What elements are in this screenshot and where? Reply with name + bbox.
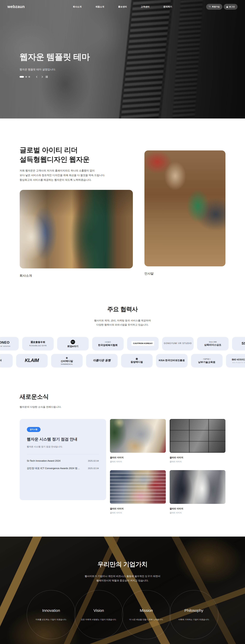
greeting-caption[interactable]: 인사말	[144, 272, 226, 276]
notice-description: 웹자운 시스템 정기 점검 안내입니다.	[27, 445, 99, 448]
gallery-photo-suit-shop[interactable]	[170, 470, 226, 504]
prev-slide-icon[interactable]	[36, 76, 38, 78]
hero-copy: 웹자운 템플릿 테마 웹자운 템플릿 테마 설명입니다.	[19, 51, 90, 71]
carousel-dot[interactable]	[28, 76, 30, 78]
about-paragraph: 저희 웹자운은 고객사의 저가의 홈페이지라도 하나의 소홀함이 없이 보다 낳…	[20, 168, 133, 182]
partner-logo: CAVITRON KOREA®	[127, 337, 159, 350]
values-row: Innovation 미래를 선도하는 기업이 되겠습니다. Vision 모든…	[0, 590, 245, 639]
company-intro-photo[interactable]	[20, 190, 133, 268]
news-subtitle: 웹자운의 다양한 소식을 전해드립니다.	[20, 405, 226, 409]
about-right-column: 인사말	[144, 150, 226, 278]
gallery-card[interactable]: 갤러리 이미지 갤러리 이미지	[170, 419, 226, 463]
value-circle-vision: Vision 모든 이에게 사랑받는 기업이 되겠습니다.	[74, 590, 123, 639]
carousel-dot-active[interactable]	[19, 76, 24, 78]
partner-logo: KONEO medical solution	[0, 337, 19, 350]
partner-logo: 삼육리더스상조 Since 1988	[197, 337, 229, 350]
partner-logo: BIO 비아이오성형 BIO PLASTIC SURGER	[226, 354, 245, 368]
value-circle-mission: Mission 더 나은 세상을 만들기 위해 노력합니다.	[122, 590, 171, 639]
partner-logo: 남부기술교육원 서울특별시	[191, 354, 223, 368]
nav-company[interactable]: 회사소개	[73, 5, 82, 8]
about-left-column: 글로벌 아이티 리더 설득형웹디자인 웹자운 저희 웹자운은 고객사의 저가의 …	[20, 145, 133, 278]
partner-logo: SSiS 한	[232, 337, 245, 350]
circle-logo-mark: ◉	[136, 357, 138, 360]
partners-section: 주요 협력사 웹사이트 제작, 관리, 마케팅 등의 서비스를 제공하며 다양한…	[0, 293, 245, 380]
hero-carousel-controls	[19, 76, 48, 78]
notice-list: Si-Tech Innovation Award 2024 2025.02.04…	[27, 460, 99, 470]
carousel-dot[interactable]	[25, 76, 27, 78]
news-section: 새로운소식 웹자운의 다양한 소식을 전해드립니다. 공지사항 웹자운 시스템 …	[0, 380, 245, 536]
notice-list-item[interactable]: Si-Tech Innovation Award 2024 2025.02.04	[27, 460, 99, 462]
partner-logo: GONGYUMI VR STUDIO	[162, 337, 194, 350]
partner-logo: 특화센터	[0, 354, 12, 368]
hero-arrows	[36, 76, 48, 78]
nav-products[interactable]: 제품소개	[96, 5, 104, 8]
values-subtitle: 웹사이트가 기업이나 개인의 비즈니스 활동에 필수적인 도구가 되면서 웹에이…	[0, 574, 245, 583]
about-section: 글로벌 아이티 리더 설득형웹디자인 웹자운 저희 웹자운은 고객사의 저가의 …	[0, 118, 245, 293]
company-intro-caption[interactable]: 회사소개	[20, 274, 133, 278]
notice-card[interactable]: 공지사항 웹자운 시스템 정기 점검 안내 웹자운 시스템 정기 점검 안내입니…	[20, 419, 106, 500]
value-circle-innovation: Innovation 미래를 선도하는 기업이 되겠습니다.	[27, 590, 76, 639]
nav-customer-center[interactable]: 고객센터	[141, 5, 150, 8]
signup-label: 회원가입	[212, 6, 220, 8]
company-values-section: 우리만의 기업가치 웹사이트가 기업이나 개인의 비즈니스 활동에 필수적인 도…	[0, 536, 245, 644]
partners-subtitle: 웹사이트 제작, 관리, 마케팅 등의 서비스를 제공하며 다양한 협력사와 파…	[20, 318, 226, 327]
partner-logo: 通友會통우회 육군정보통신장교 동우회	[22, 337, 54, 350]
notice-list-item[interactable]: 강민정 대표 ICT Convergence Awards 2024 명… 20…	[27, 467, 99, 470]
news-heading: 새로운소식	[20, 393, 226, 401]
header-actions: 회원가입 로그인	[206, 4, 238, 10]
gallery-card[interactable]: 갤러리 이미지 갤러리 이미지	[110, 419, 166, 463]
hero-subtitle: 웹자운 템플릿 테마 설명입니다.	[19, 68, 90, 71]
partner-logo: 희망e야기 웹진	[57, 337, 89, 350]
values-heading: 우리만의 기업가치	[0, 560, 245, 568]
gallery-photo-display-shelves[interactable]	[170, 419, 226, 453]
partner-logo: KISA 한국인터넷진흥원	[156, 354, 188, 368]
signup-button[interactable]: 회원가입	[206, 4, 222, 10]
gallery-photo-family[interactable]	[110, 419, 166, 453]
gallery-card[interactable]: 갤러리 이미지 갤러리 이미지	[170, 470, 226, 514]
gallery-card[interactable]: 갤러리 이미지 갤러리 이미지	[110, 470, 166, 514]
login-button[interactable]: 로그인	[224, 4, 238, 10]
user-plus-icon	[209, 6, 211, 8]
hero-title: 웹자운 템플릿 테마	[19, 51, 90, 62]
partner-logo: 한국장례복지협회 사단법인	[92, 337, 124, 350]
partners-logo-marquee: KONEO medical solution 通友會통우회 육군정보통신장교 동…	[0, 337, 245, 368]
partner-logo: 아름다운 동행	[86, 354, 118, 368]
gallery-photo-clothes[interactable]	[110, 470, 166, 504]
partner-logo: ◈ 신비메디칼 SHINBIMEDICAL	[51, 354, 83, 368]
next-slide-icon[interactable]	[41, 76, 43, 78]
value-circle-philosophy: Philosophy 사회에 기여하는 기업이 되겠습니다.	[170, 590, 218, 639]
lock-icon	[226, 6, 228, 8]
partner-logo: KLAIM	[16, 354, 48, 368]
nav-pr-center[interactable]: 홍보센터	[118, 5, 127, 8]
partners-heading: 주요 협력사	[20, 305, 226, 313]
partner-logo: ◉ 동방메디컬	[121, 354, 153, 368]
pause-icon[interactable]	[46, 76, 48, 78]
greeting-photo[interactable]	[144, 150, 226, 266]
nav-contact[interactable]: 문의하기	[164, 5, 172, 8]
diamond-logo-mark: ◈	[66, 356, 68, 359]
hero-section: webzaun 회사소개 제품소개 홍보센터 고객센터 문의하기 회원가입 로그…	[0, 0, 245, 118]
notice-badge: 공지사항	[27, 427, 40, 432]
login-label: 로그인	[229, 6, 235, 8]
notice-title[interactable]: 웹자운 시스템 정기 점검 안내	[27, 437, 99, 442]
about-heading: 글로벌 아이티 리더 설득형웹디자인 웹자운	[20, 145, 133, 164]
site-header: webzaun 회사소개 제품소개 홍보센터 고객센터 문의하기 회원가입 로그…	[0, 0, 245, 14]
gallery-grid: 갤러리 이미지 갤러리 이미지 갤러리 이미지 갤러리 이미지 갤러리 이미지 …	[110, 419, 226, 514]
